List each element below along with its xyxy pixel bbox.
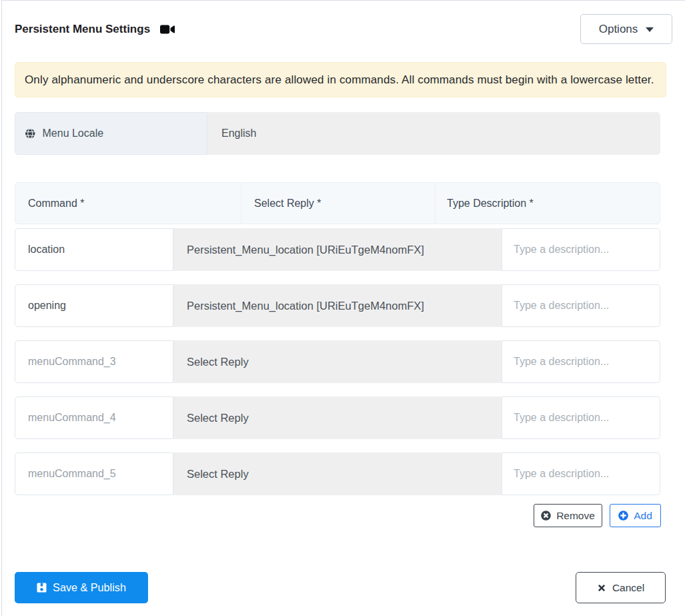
cancel-button[interactable]: Cancel (576, 572, 666, 603)
warning-alert-text: Only alphanumeric and underscore charact… (25, 73, 654, 87)
video-camera-icon (160, 25, 175, 34)
description-input[interactable] (502, 396, 660, 439)
select-reply-dropdown[interactable]: Select Reply (173, 340, 502, 383)
select-reply-value: Persistent_Menu_location [URiEuTgeM4nomF… (187, 300, 424, 312)
select-reply-value: Persistent_Menu_location [URiEuTgeM4nomF… (187, 244, 424, 256)
select-reply-dropdown[interactable]: Persistent_Menu_location [URiEuTgeM4nomF… (173, 284, 502, 327)
save-publish-button-label: Save & Publish (53, 581, 126, 594)
select-reply-value: Select Reply (187, 468, 249, 481)
chevron-down-icon (646, 27, 654, 32)
add-button[interactable]: Add (610, 504, 661, 527)
menu-locale-label-text: Menu Locale (43, 127, 104, 139)
header: Persistent Menu Settings Options (15, 14, 672, 44)
column-header-type-description: Type Description * (436, 182, 660, 224)
x-circle-icon (541, 511, 551, 521)
select-reply-value: Select Reply (187, 356, 249, 368)
select-reply-value: Select Reply (187, 412, 249, 424)
add-button-label: Add (634, 510, 652, 522)
save-icon (37, 583, 47, 593)
select-reply-dropdown[interactable]: Select Reply (173, 452, 502, 495)
table-row: Persistent_Menu_location [URiEuTgeM4nomF… (15, 284, 660, 327)
page-title: Persistent Menu Settings (15, 23, 150, 36)
card-border-top (1, 0, 685, 1)
menu-locale-label: Menu Locale (15, 112, 207, 155)
description-input[interactable] (502, 452, 660, 495)
title-group: Persistent Menu Settings (15, 23, 175, 36)
globe-icon (25, 128, 36, 139)
column-header-select-reply: Select Reply * (241, 182, 435, 224)
menu-locale-row: Menu Locale English (15, 112, 660, 155)
menu-locale-value[interactable]: English (207, 112, 660, 155)
command-input[interactable] (15, 340, 173, 383)
description-input[interactable] (502, 340, 660, 383)
options-button[interactable]: Options (580, 14, 672, 44)
select-reply-dropdown[interactable]: Persistent_Menu_location [URiEuTgeM4nomF… (173, 228, 502, 271)
menu-locale-value-text: English (221, 127, 256, 139)
select-reply-dropdown[interactable]: Select Reply (173, 396, 502, 439)
x-icon (597, 583, 606, 593)
column-header-command: Command * (15, 182, 241, 224)
command-input[interactable] (15, 284, 173, 327)
remove-button-label: Remove (556, 510, 595, 522)
warning-alert: Only alphanumeric and underscore charact… (15, 62, 666, 97)
command-input[interactable] (15, 228, 173, 271)
table-header: Command * Select Reply * Type Descriptio… (15, 182, 660, 224)
table-row: Persistent_Menu_location [URiEuTgeM4nomF… (15, 228, 660, 271)
options-button-label: Options (599, 23, 638, 36)
table-row: Select Reply (15, 340, 660, 383)
plus-circle-icon (618, 511, 628, 521)
description-input[interactable] (502, 284, 660, 327)
table-row: Select Reply (15, 452, 660, 495)
save-publish-button[interactable]: Save & Publish (15, 572, 148, 603)
remove-button[interactable]: Remove (534, 504, 602, 527)
description-input[interactable] (502, 228, 660, 271)
command-input[interactable] (15, 396, 173, 439)
table-row: Select Reply (15, 396, 660, 439)
card-border-left (1, 0, 2, 616)
cancel-button-label: Cancel (612, 582, 644, 594)
command-input[interactable] (15, 452, 173, 495)
